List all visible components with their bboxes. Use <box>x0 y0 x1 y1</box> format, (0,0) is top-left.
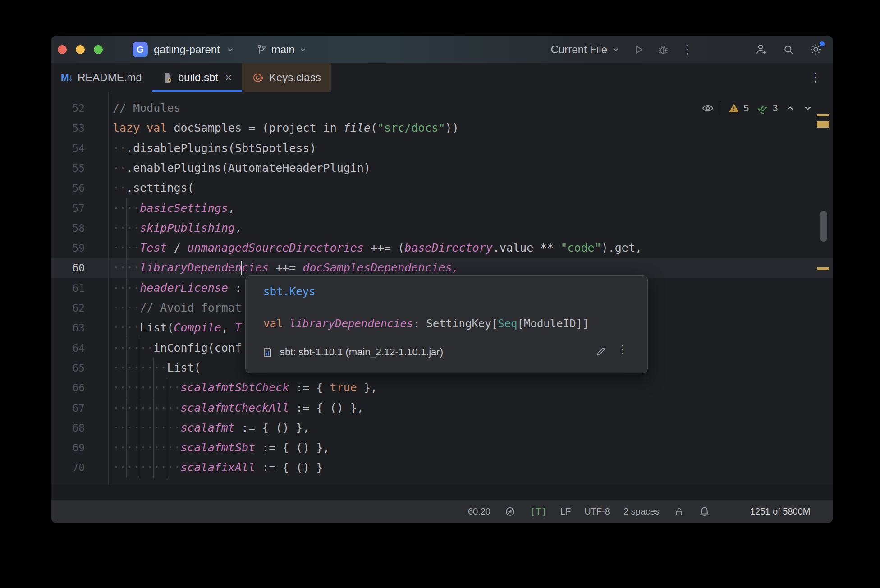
indent-guide: ·· <box>126 398 140 418</box>
zoom-window-button[interactable] <box>94 45 103 54</box>
project-name: gatling-parent <box>154 43 220 56</box>
next-problem-button[interactable] <box>802 103 813 114</box>
notifications-widget[interactable] <box>698 505 710 518</box>
line-number[interactable]: 62 <box>51 298 85 318</box>
indent-widget[interactable]: 2 spaces <box>623 506 660 517</box>
indent-guide: ·· <box>113 398 126 418</box>
inspections-separator <box>721 102 721 115</box>
code-line-53[interactable]: 53lazy val docSamples = (project in file… <box>51 118 833 138</box>
search-everywhere-button[interactable] <box>782 43 795 56</box>
indent-guide: ·· <box>153 418 167 438</box>
indent-guide: ·· <box>140 398 153 418</box>
line-number[interactable]: 64 <box>51 338 85 358</box>
warnings-button[interactable]: 5 <box>728 102 749 114</box>
indent-guide: ·· <box>126 198 140 218</box>
titlebar-right-icons <box>755 43 833 56</box>
line-number[interactable]: 61 <box>51 278 85 298</box>
settings-notification-dot <box>820 41 825 46</box>
line-number[interactable]: 70 <box>51 458 85 478</box>
chevron-up-icon <box>785 103 796 114</box>
caret-position-widget[interactable]: 60:20 <box>468 506 490 517</box>
indent-guide: ·· <box>153 458 167 478</box>
encoding-widget[interactable]: UTF-8 <box>584 506 610 517</box>
indent-guide: ·· <box>140 338 153 358</box>
code-line-text: ··········scalafmtSbt := { () }, <box>113 438 330 458</box>
memory-text: 1251 of 5800M <box>750 506 810 517</box>
indent-guide: ·· <box>126 238 140 258</box>
code-line-55[interactable]: 55··.enablePlugins(AutomateHeaderPlugin) <box>51 158 833 178</box>
line-number[interactable]: 66 <box>51 378 85 398</box>
run-configuration-select[interactable]: Current File <box>551 43 620 56</box>
edit-source-button[interactable] <box>595 345 607 357</box>
line-number[interactable]: 60 <box>51 258 85 278</box>
code-line-text: lazy val docSamples = (project in file("… <box>113 118 459 138</box>
tab-options-kebab-icon[interactable]: ⋮ <box>809 72 821 84</box>
highlighting-level-button[interactable] <box>701 102 714 115</box>
memory-indicator-widget[interactable]: 1251 of 5800M <box>724 504 826 520</box>
vcs-widget[interactable]: main <box>256 43 307 56</box>
type-aware-highlighting-widget[interactable]: [T] <box>530 506 547 517</box>
no-inspection-widget[interactable] <box>504 505 516 518</box>
line-number[interactable]: 63 <box>51 318 85 338</box>
bell-icon <box>698 505 710 518</box>
tab-readme-md[interactable]: M↓ README.md <box>51 63 152 92</box>
line-number[interactable]: 57 <box>51 198 85 218</box>
indent-guide: ·· <box>140 418 153 438</box>
line-number[interactable]: 65 <box>51 358 85 378</box>
code-line-58[interactable]: 58····skipPublishing, <box>51 218 833 238</box>
code-line-54[interactable]: 54··.disablePlugins(SbtSpotless) <box>51 138 833 158</box>
indent-guide: ·· <box>126 418 140 438</box>
stripe-warning-marker[interactable] <box>817 121 829 128</box>
indent-guide: ·· <box>140 458 153 478</box>
code-line-59[interactable]: 59····Test / unmanagedSourceDirectories … <box>51 238 833 258</box>
code-line-57[interactable]: 57····basicSettings, <box>51 198 833 218</box>
line-number[interactable]: 68 <box>51 418 85 438</box>
code-line-66[interactable]: 66··········scalafmtSbtCheck := { true }… <box>51 378 833 398</box>
minimize-window-button[interactable] <box>76 45 85 54</box>
previous-problem-button[interactable] <box>785 103 796 114</box>
popup-options-kebab-icon[interactable]: ⋮ <box>617 342 628 356</box>
jar-library-icon <box>262 346 274 358</box>
no-inspection-icon <box>504 505 516 518</box>
close-window-button[interactable] <box>58 45 67 54</box>
indent-guide: ·· <box>140 378 153 398</box>
code-with-me-button[interactable] <box>755 43 768 56</box>
tab-keys-class[interactable]: Keys.class <box>242 63 331 92</box>
editor-tab-bar: M↓ README.md build.sbt ✕ Keys.class <box>51 63 833 92</box>
settings-button[interactable] <box>809 43 822 56</box>
run-widget: Current File ⋮ <box>551 43 694 56</box>
code-line-69[interactable]: 69··········scalafmtSbt := { () }, <box>51 438 833 458</box>
screen: G gatling-parent main Current File <box>0 0 880 588</box>
line-number[interactable]: 67 <box>51 398 85 418</box>
line-separator-widget[interactable]: LF <box>560 506 571 517</box>
stripe-warning-marker[interactable] <box>817 114 829 116</box>
tab-build-sbt[interactable]: build.sbt ✕ <box>152 63 242 92</box>
run-button[interactable] <box>632 43 645 56</box>
line-number[interactable]: 69 <box>51 438 85 458</box>
code-line-68[interactable]: 68··········scalafmt := { () }, <box>51 418 833 438</box>
more-actions-button[interactable]: ⋮ <box>682 43 694 55</box>
line-number[interactable]: 58 <box>51 218 85 238</box>
line-number[interactable]: 59 <box>51 238 85 258</box>
line-number[interactable]: 56 <box>51 178 85 198</box>
project-avatar: G <box>133 42 148 57</box>
code-line-70[interactable]: 70··········scalafixAll := { () } <box>51 458 833 478</box>
line-number[interactable]: 55 <box>51 158 85 178</box>
code-line-56[interactable]: 56··.settings( <box>51 178 833 198</box>
debug-button[interactable] <box>657 43 669 56</box>
line-number[interactable]: 52 <box>51 98 85 118</box>
popup-namespace[interactable]: sbt.Keys <box>263 285 316 298</box>
stripe-current-line-marker[interactable] <box>817 267 829 270</box>
indent-guide: ·· <box>113 238 126 258</box>
passed-checks-button[interactable]: 3 <box>756 101 778 115</box>
code-line-67[interactable]: 67··········scalafmtCheckAll := { () }, <box>51 398 833 418</box>
close-icon[interactable]: ✕ <box>225 73 232 83</box>
scrollbar-thumb[interactable] <box>820 211 827 242</box>
chevron-down-icon <box>802 103 813 114</box>
line-number[interactable]: 54 <box>51 138 85 158</box>
markdown-icon: M↓ <box>61 72 73 83</box>
window-controls <box>51 45 111 54</box>
readonly-toggle-widget[interactable] <box>673 506 685 518</box>
project-widget[interactable]: G gatling-parent <box>133 42 235 57</box>
line-number[interactable]: 53 <box>51 118 85 138</box>
